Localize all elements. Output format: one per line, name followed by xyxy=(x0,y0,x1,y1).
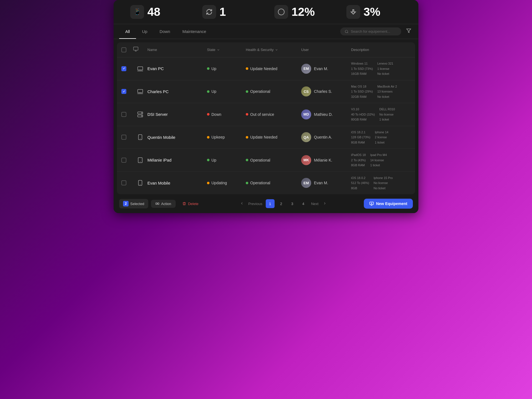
health-value-6: Operational xyxy=(250,181,270,185)
device-col-icon xyxy=(133,46,147,53)
user-name-1: Evan M. xyxy=(314,66,328,71)
desc-col1-4: iOS 18.2.1128 GB (73%)8GB RAM xyxy=(351,130,370,145)
tab-down[interactable]: Down xyxy=(154,24,176,39)
desc1-line2-1: 16GB RAM xyxy=(351,71,373,76)
next-label[interactable]: Next xyxy=(311,202,319,206)
desc2-line2-2: No ticket xyxy=(377,94,397,99)
prev-label[interactable]: Previous xyxy=(248,202,262,206)
page-4-button[interactable]: 4 xyxy=(299,199,308,208)
user-cell-4: QA Quentin A. xyxy=(301,132,351,142)
svg-point-1 xyxy=(345,30,348,32)
health-dot-3 xyxy=(246,113,248,116)
svg-point-0 xyxy=(278,9,284,15)
desc2-line0-6: Iphone 15 Pro xyxy=(374,176,393,180)
stat-percent2: 3% xyxy=(338,0,410,24)
footer: 2 Selected Action Delete Previous 1 2 3 … xyxy=(114,194,418,213)
search-icon xyxy=(345,30,349,34)
desc-cell-3: V3.1040 To HDD (32%)80GB RAM DELL R310No… xyxy=(351,107,411,122)
equipment-table: Name State Health & Security User Descri… xyxy=(117,42,415,194)
selected-badge: 2 Selected xyxy=(119,199,148,208)
action-icon xyxy=(155,202,159,206)
page-1-button[interactable]: 1 xyxy=(266,199,275,208)
device-name-5: Mélanie iPad xyxy=(147,158,207,162)
desc1-line0-2: Mac OS 18 xyxy=(351,84,373,89)
state-dot-2 xyxy=(207,90,209,93)
next-page-button[interactable] xyxy=(321,200,329,207)
page-3-button[interactable]: 3 xyxy=(288,199,297,208)
state-col-header[interactable]: State xyxy=(207,48,246,52)
select-all-checkbox[interactable] xyxy=(121,47,126,52)
selected-count: 2 xyxy=(123,201,129,206)
svg-rect-6 xyxy=(138,66,143,70)
row-checkbox-6[interactable] xyxy=(121,180,126,185)
desc-col2-5: Ipad Pro M414 license1 ticket xyxy=(370,153,387,168)
desc-col2-2: MacBook Air 213 licensesNo ticket xyxy=(377,84,397,99)
user-cell-6: EM Evan M. xyxy=(301,178,351,188)
desc2-line2-1: No ticket xyxy=(377,71,393,76)
new-equipment-icon xyxy=(369,201,374,206)
svg-rect-18 xyxy=(138,158,142,163)
filter-button[interactable] xyxy=(405,27,413,36)
state-dot-4 xyxy=(207,136,209,139)
health-cell-2: Operational xyxy=(246,89,301,94)
desc1-line1-2: 1 To SSD (29%) xyxy=(351,89,373,94)
state-dot-3 xyxy=(207,113,209,116)
user-name-2: Charles S. xyxy=(314,89,332,94)
row-checkbox-2[interactable] xyxy=(121,89,126,94)
tab-maintenance[interactable]: Maintenance xyxy=(176,24,212,39)
avatar-6: EM xyxy=(301,178,311,188)
desc1-line1-1: 1 To SSD (73%) xyxy=(351,66,373,71)
stat-percent1-icon xyxy=(274,5,288,19)
search-box[interactable]: Search for equipement... xyxy=(340,27,401,35)
stat-total-value: 48 xyxy=(147,5,160,19)
device-icon-3 xyxy=(133,111,147,117)
desc-col2-3: DELL R310No license1 ticket xyxy=(379,107,395,122)
stat-refresh-value: 1 xyxy=(219,5,226,19)
row-checkbox-1[interactable] xyxy=(121,66,126,71)
state-dot-6 xyxy=(207,182,209,184)
device-name-4: Quentin Mobile xyxy=(147,135,207,140)
table-header: Name State Health & Security User Descri… xyxy=(117,42,415,57)
user-cell-1: EM Evan M. xyxy=(301,64,351,74)
table-row: Evan PC Up Update Needed EM Evan M. Wind… xyxy=(117,57,415,80)
tabs-bar: All Up Down Maintenance Search for equip… xyxy=(114,24,418,39)
desc1-line0-4: iOS 18.2.1 xyxy=(351,130,370,135)
row-checkbox-4[interactable] xyxy=(121,135,126,140)
state-dot-5 xyxy=(207,159,209,161)
delete-icon xyxy=(182,202,186,206)
main-container: 📱 48 1 12% 3% xyxy=(114,0,418,213)
desc-cell-4: iOS 18.2.1128 GB (73%)8GB RAM Iphone 142… xyxy=(351,130,411,145)
new-equipment-button[interactable]: New Equipement xyxy=(364,199,413,209)
desc1-line0-6: iOS 18.0.2 xyxy=(351,176,369,180)
page-2-button[interactable]: 2 xyxy=(277,199,286,208)
health-cell-1: Update Needed xyxy=(246,66,301,71)
tab-up[interactable]: Up xyxy=(136,24,154,39)
state-sort-icon xyxy=(217,48,220,52)
prev-page-button[interactable] xyxy=(238,200,246,207)
desc1-line1-5: 2 To (43%) xyxy=(351,158,366,163)
desc1-line0-3: V3.10 xyxy=(351,107,375,112)
desc1-line2-4: 8GB RAM xyxy=(351,140,370,145)
state-value-2: Up xyxy=(211,89,216,94)
action-button[interactable]: Action xyxy=(151,200,176,208)
row-checkbox-5[interactable] xyxy=(121,158,126,163)
stat-percent1: 12% xyxy=(266,0,338,24)
health-value-4: Update Needed xyxy=(250,135,277,139)
tab-all[interactable]: All xyxy=(119,24,136,39)
row-checkbox-3[interactable] xyxy=(121,112,126,117)
avatar-2: CS xyxy=(301,86,311,96)
state-cell-1: Up xyxy=(207,66,246,71)
svg-rect-20 xyxy=(139,180,142,185)
device-name-1: Evan PC xyxy=(147,66,207,71)
desc-col1-3: V3.1040 To HDD (32%)80GB RAM xyxy=(351,107,375,122)
device-icon-2 xyxy=(133,88,147,94)
user-name-6: Evan M. xyxy=(314,181,328,185)
desc1-line1-6: 512 To (46%) xyxy=(351,181,369,185)
user-col-header: User xyxy=(301,48,351,52)
delete-button[interactable]: Delete xyxy=(178,200,203,208)
table-row: DSI Server Down Out of service MD Mathie… xyxy=(117,103,415,126)
health-value-5: Operational xyxy=(250,158,270,162)
user-cell-3: MD Mathieu D. xyxy=(301,109,351,119)
health-col-header[interactable]: Health & Security xyxy=(246,48,301,52)
desc-col1-1: Windows 111 To SSD (73%)16GB RAM xyxy=(351,61,373,76)
